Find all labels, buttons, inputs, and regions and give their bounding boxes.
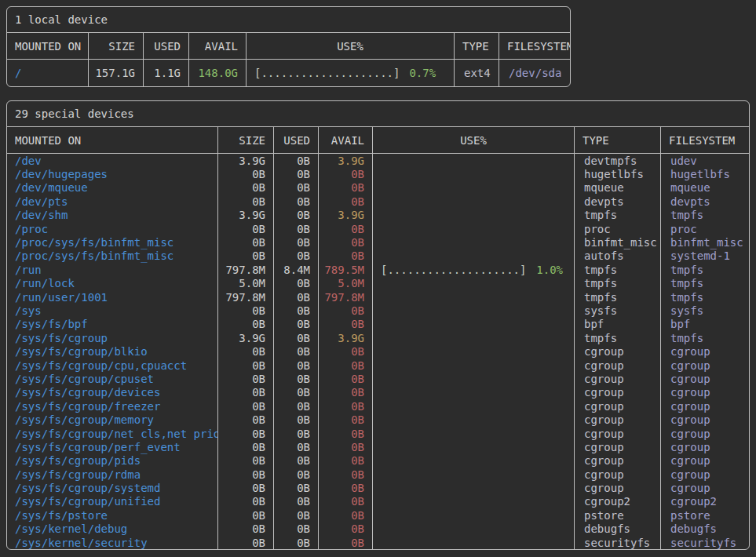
size-value: 3.9G <box>218 331 274 344</box>
filesystem-name: cgroup <box>661 468 749 481</box>
filesystem-name: binfmt_misc <box>661 235 749 249</box>
filesystem-name: systemd-1 <box>661 249 749 263</box>
avail-value: 0B <box>319 195 373 208</box>
used-value: 0B <box>274 154 319 167</box>
avail-value: 0B <box>319 344 373 358</box>
size-value: 0B <box>218 440 274 453</box>
table-row: /proc/sys/fs/binfmt_misc0B0B0Bautofssyst… <box>7 249 749 263</box>
table-row: /sys/fs/cgroup/systemd0B0B0Bcgroupcgroup <box>7 481 749 494</box>
special-devices-table: 29 special devices MOUNTED ONSIZEUSEDAVA… <box>6 100 750 550</box>
table-row: /sys/kernel/debug0B0B0Bdebugfsdebugfs <box>7 522 749 536</box>
avail-value: 0B <box>319 495 373 508</box>
size-value: 0B <box>218 386 274 399</box>
table-row: /run/lock5.0M0B5.0Mtmpfstmpfs <box>7 277 749 290</box>
filesystem-name: tmpfs <box>661 209 749 222</box>
used-value: 0B <box>274 235 319 249</box>
fs-type: hugetlbfs <box>575 167 661 180</box>
table-row: /sys/fs/pstore0B0B0Bpstorepstore <box>7 508 749 522</box>
fs-type: securityfs <box>575 536 661 549</box>
table-row: /proc/sys/fs/binfmt_misc0B0B0Bbinfmt_mis… <box>7 235 749 249</box>
special-table-body: /dev3.9G0B3.9Gdevtmpfsudev/dev/hugepages… <box>7 154 749 549</box>
avail-value: 3.9G <box>319 331 373 344</box>
used-value: 0B <box>274 359 319 372</box>
used-value: 0B <box>274 195 319 208</box>
column-header-avail: AVAIL <box>319 127 373 153</box>
column-header-used: USED <box>144 33 189 59</box>
use-percent-cell: [....................]1.0% <box>373 263 575 276</box>
mount-point: /sys/fs/cgroup/blkio <box>7 344 218 358</box>
column-header-size: SIZE <box>89 33 144 59</box>
table-row: /sys/fs/cgroup/perf_event0B0B0Bcgroupcgr… <box>7 440 749 453</box>
usage-bar: [....................] <box>381 264 526 276</box>
column-header-filesystem: FILESYSTEM <box>661 127 749 153</box>
fs-type: cgroup <box>575 399 661 413</box>
avail-value: 0B <box>319 413 373 426</box>
column-header-type: TYPE <box>455 33 499 59</box>
used-value: 0B <box>274 454 319 468</box>
mount-point: /run/lock <box>7 277 218 290</box>
usage-percent: 1.0% <box>527 264 563 276</box>
fs-type: cgroup <box>575 386 661 399</box>
mount-point: /sys/fs/bpf <box>7 318 218 331</box>
mount-point: /sys <box>7 304 218 317</box>
table-row: /sys/fs/cgroup/memory0B0B0Bcgroupcgroup <box>7 413 749 426</box>
fs-type: tmpfs <box>575 290 661 304</box>
avail-value: 0B <box>319 318 373 331</box>
mount-point: /proc/sys/fs/binfmt_misc <box>7 235 218 249</box>
avail-value: 0B <box>319 235 373 249</box>
table-row: /run797.8M8.4M789.5M[...................… <box>7 263 749 276</box>
used-value: 0B <box>274 304 319 317</box>
filesystem-name: hugetlbfs <box>661 167 749 180</box>
filesystem-name: cgroup2 <box>661 495 749 508</box>
used-value: 0B <box>274 372 319 385</box>
fs-type: devtmpfs <box>575 154 661 167</box>
use-percent-cell <box>373 427 575 440</box>
local-table-header: MOUNTED ONSIZEUSEDAVAILUSE%TYPEFILESYSTE… <box>7 33 570 60</box>
filesystem-name: cgroup <box>661 386 749 399</box>
mount-point: /sys/fs/cgroup/freezer <box>7 399 218 413</box>
mount-point: /dev <box>7 154 218 167</box>
use-percent-cell <box>373 318 575 331</box>
column-header-filesystem: FILESYSTEM <box>499 33 570 59</box>
fs-type: cgroup <box>575 372 661 385</box>
table-row: /sys/kernel/security0B0B0Bsecurityfssecu… <box>7 536 749 549</box>
filesystem-name: tmpfs <box>661 290 749 304</box>
size-value: 0B <box>218 481 274 494</box>
fs-type: ext4 <box>455 60 499 86</box>
table-row: /sys/fs/cgroup/blkio0B0B0Bcgroupcgroup <box>7 344 749 358</box>
used-value: 0B <box>274 522 319 536</box>
fs-type: debugfs <box>575 522 661 536</box>
size-value: 0B <box>218 222 274 235</box>
avail-value: 0B <box>319 522 373 536</box>
filesystem-name: cgroup <box>661 372 749 385</box>
table-row: /sys/fs/cgroup/freezer0B0B0Bcgroupcgroup <box>7 399 749 413</box>
avail-value: 0B <box>319 468 373 481</box>
use-percent-cell <box>373 167 575 180</box>
filesystem-name: tmpfs <box>661 263 749 276</box>
filesystem-name: debugfs <box>661 522 749 536</box>
used-value: 0B <box>274 290 319 304</box>
column-header-mounted-on: MOUNTED ON <box>7 33 89 59</box>
fs-type: cgroup2 <box>575 495 661 508</box>
filesystem-name: proc <box>661 222 749 235</box>
avail-value: 0B <box>319 222 373 235</box>
size-value: 0B <box>218 522 274 536</box>
fs-type: cgroup <box>575 359 661 372</box>
size-value: 0B <box>218 399 274 413</box>
size-value: 0B <box>218 235 274 249</box>
avail-value: 0B <box>319 454 373 468</box>
size-value: 0B <box>218 318 274 331</box>
used-value: 0B <box>274 181 319 195</box>
table-row: /sys/fs/cgroup/rdma0B0B0Bcgroupcgroup <box>7 468 749 481</box>
filesystem-name: tmpfs <box>661 331 749 344</box>
filesystem-name: cgroup <box>661 454 749 468</box>
size-value: 797.8M <box>218 263 274 276</box>
used-value: 0B <box>274 386 319 399</box>
fs-type: binfmt_misc <box>575 235 661 249</box>
table-row: /157.1G1.1G148.0G[....................]0… <box>7 60 570 86</box>
table-row: /sys0B0B0Bsysfssysfs <box>7 304 749 317</box>
table-row: /sys/fs/cgroup3.9G0B3.9Gtmpfstmpfs <box>7 331 749 344</box>
fs-type: proc <box>575 222 661 235</box>
local-table-body: /157.1G1.1G148.0G[....................]0… <box>7 60 570 86</box>
avail-value: 3.9G <box>319 154 373 167</box>
